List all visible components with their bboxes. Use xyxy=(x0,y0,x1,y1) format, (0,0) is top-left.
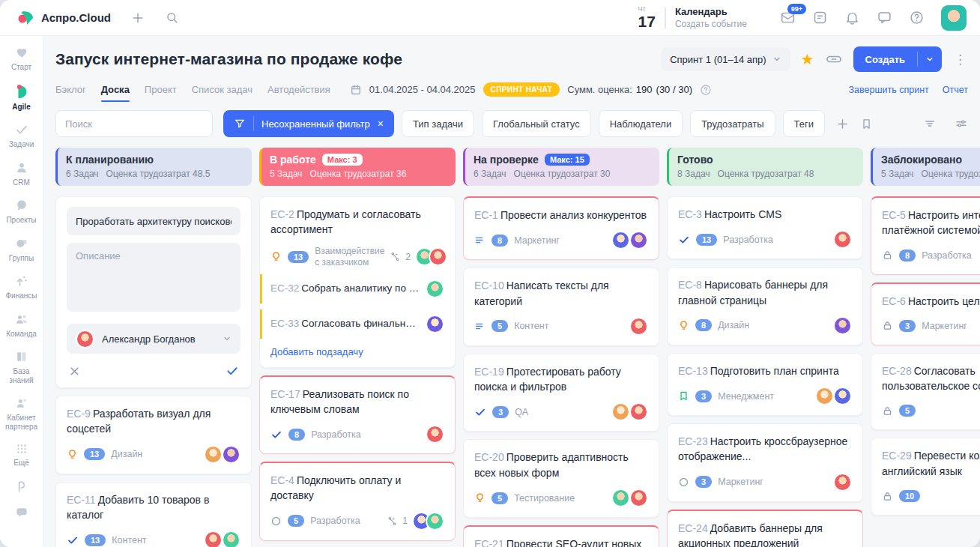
sidebar-item-more[interactable]: Ещё xyxy=(1,442,41,468)
add-filter-icon[interactable] xyxy=(835,117,850,131)
task-card[interactable]: EC-13Подготовить план спринта 3 Менеджме… xyxy=(667,353,863,416)
sidebar-item-groups[interactable]: Группы xyxy=(1,236,41,263)
help-circle-icon[interactable] xyxy=(700,84,712,96)
note-icon[interactable] xyxy=(812,10,828,25)
task-card[interactable]: EC-3Настроить CMS 13 Разработка xyxy=(667,196,863,259)
avatar xyxy=(426,425,444,444)
active-filter-button[interactable]: Несохраненный фильтр × xyxy=(223,110,394,137)
sidebar-item-agile[interactable]: Agile xyxy=(1,83,41,112)
calendar-date[interactable]: Чт 17 xyxy=(638,6,656,29)
sidebar-item-start[interactable]: Старт xyxy=(1,45,41,72)
tab-task-list[interactable]: Список задач xyxy=(192,84,252,102)
avatar xyxy=(611,402,630,421)
sprint-selector[interactable]: Спринт 1 (01–14 апр) xyxy=(661,47,790,71)
chat-icon[interactable] xyxy=(877,10,892,25)
create-dropdown-icon[interactable] xyxy=(918,55,942,64)
confirm-icon[interactable] xyxy=(226,364,239,378)
bulb-icon xyxy=(67,449,78,460)
task-card[interactable]: EC-9Разработать визуал для соцсетей 13 Д… xyxy=(55,396,252,474)
sidebar-item-finance[interactable]: Финансы xyxy=(1,274,41,300)
task-card[interactable]: EC-19Протестировать работу поиска и филь… xyxy=(463,354,659,432)
favorite-star-icon[interactable]: ★ xyxy=(801,50,814,68)
filter-chip-time[interactable]: Трудозатраты xyxy=(690,110,775,137)
column-header[interactable]: В работеМакс: 3 5 ЗадачОценка трудозатра… xyxy=(259,148,456,186)
sprint-date-range: 01.04.2025 - 04.04.2025 xyxy=(369,84,476,95)
sidebar-item-partner[interactable]: Кабинет партнера xyxy=(1,396,41,431)
help-icon[interactable] xyxy=(909,10,925,25)
sidebar-item-p-logo[interactable] xyxy=(1,479,41,494)
sidebar-item-team[interactable]: Команда xyxy=(1,312,41,339)
estimate-badge: 13 xyxy=(85,534,106,546)
filter-chip-task-type[interactable]: Тип задачи xyxy=(402,110,474,137)
sidebar-item-chat[interactable] xyxy=(1,505,41,520)
tab-backlog[interactable]: Бэклог xyxy=(55,84,86,102)
cancel-icon[interactable] xyxy=(68,365,81,378)
finish-sprint-link[interactable]: Завершить спринт xyxy=(849,85,929,95)
task-card[interactable]: EC-5Настроить интеграцию с платёжной сис… xyxy=(871,196,980,275)
sidebar-item-knowledge[interactable]: База знаний xyxy=(1,349,41,384)
filter-chip-tags[interactable]: Теги xyxy=(783,110,825,137)
bulb-icon xyxy=(270,251,282,262)
task-card[interactable]: EC-28Согласовать пользовательское соглаш… xyxy=(871,353,980,431)
clear-filter-icon[interactable]: × xyxy=(378,118,384,130)
subtask-row[interactable]: EC-32Собрать аналитику по това... xyxy=(260,274,444,303)
bell-icon[interactable] xyxy=(844,10,860,25)
tab-board[interactable]: Доска xyxy=(101,84,130,102)
add-subtask-link[interactable]: Добавить подзадачу xyxy=(270,346,444,357)
wip-limit-badge: Макс: 3 xyxy=(322,154,363,166)
tab-automations[interactable]: Автодействия xyxy=(267,84,330,102)
avatar xyxy=(629,231,648,250)
task-card[interactable]: EC-29Перевести контент на английский язы… xyxy=(871,438,980,516)
new-task-title-input[interactable] xyxy=(67,207,241,235)
filter-chip-watchers[interactable]: Наблюдатели xyxy=(599,110,683,137)
subtask-row[interactable]: EC-33Согласовать финальный сп... xyxy=(260,309,444,339)
task-card[interactable]: EC-23Настроить кроссбраузерное отображен… xyxy=(667,423,863,502)
avatar xyxy=(426,512,444,531)
create-button[interactable]: Создать xyxy=(853,46,942,72)
task-card[interactable]: EC-2Продумать и согласовать ассортимент … xyxy=(259,196,456,368)
column-review: На проверкеМакс: 15 6 ЗадачОценка трудоз… xyxy=(463,148,659,547)
sort-icon[interactable] xyxy=(923,117,937,130)
assignee-selector[interactable]: Александр Богданов xyxy=(67,324,241,354)
task-card[interactable]: EC-17Реализовать поиск по ключевым слова… xyxy=(259,375,456,455)
subtask-link-icon xyxy=(387,516,398,527)
bookmark-icon xyxy=(678,390,689,402)
column-header[interactable]: На проверкеМакс: 15 6 ЗадачОценка трудоз… xyxy=(463,148,659,186)
settings-sliders-icon[interactable] xyxy=(955,117,968,130)
task-card[interactable]: EC-24Добавить баннеры для акционных пред… xyxy=(667,510,863,547)
task-card[interactable]: EC-10Написать тексты для категорий 5 Кон… xyxy=(463,268,659,346)
sidebar-item-projects[interactable]: Проекты xyxy=(1,198,41,225)
task-card[interactable]: EC-4Подключить оплату и доставку 5 Разра… xyxy=(259,462,456,541)
column-header[interactable]: Заблокировано 5 ЗадачОценка трудозатрат xyxy=(871,148,980,186)
avatar xyxy=(833,387,852,405)
calendar-widget[interactable]: Календарь Создать событие xyxy=(675,6,747,29)
add-icon[interactable] xyxy=(130,10,145,25)
task-card[interactable]: EC-1Провести анализ конкурентов 8 Маркет… xyxy=(463,196,659,260)
column-header[interactable]: Готово 8 ЗадачОценка трудозатрат 48 xyxy=(667,148,863,186)
sidebar-item-tasks[interactable]: Задачи xyxy=(1,122,41,149)
wip-limit-badge: Макс: 15 xyxy=(545,154,590,166)
link-icon[interactable] xyxy=(825,50,843,68)
more-options-icon[interactable]: ⋮ xyxy=(952,52,968,67)
tab-project[interactable]: Проект xyxy=(145,84,177,102)
sidebar-item-crm[interactable]: CRM xyxy=(1,160,41,187)
brand[interactable]: Аспро.Cloud xyxy=(16,9,111,27)
column-in-progress: В работеМакс: 3 5 ЗадачОценка трудозатра… xyxy=(259,148,456,547)
column-header[interactable]: К планированию 6 ЗадачОценка трудозатрат… xyxy=(55,148,252,186)
bookmark-icon[interactable] xyxy=(860,118,873,130)
task-card[interactable]: EC-8Нарисовать баннеры для главной стран… xyxy=(667,267,863,345)
create-event-link[interactable]: Создать событие xyxy=(675,19,747,29)
task-card[interactable]: EC-11Добавить 10 товаров в каталог 13 Ко… xyxy=(55,482,252,547)
task-card[interactable]: EC-6Настроить цели в 3 Маркетинг xyxy=(871,282,980,345)
search-icon[interactable] xyxy=(165,10,179,25)
mail-icon[interactable]: 99+ xyxy=(780,10,796,25)
new-task-description-input[interactable] xyxy=(67,243,241,312)
report-link[interactable]: Отчет xyxy=(943,85,968,95)
estimate-badge: 8 xyxy=(899,250,916,262)
search-input[interactable] xyxy=(55,110,213,137)
tabs: Бэклог Доска Проект Список задач Автодей… xyxy=(55,84,330,102)
filter-chip-global-status[interactable]: Глобальный статус xyxy=(482,110,591,137)
task-card[interactable]: EC-21Провести SEO-аудит новых страниц 5 … xyxy=(463,525,659,547)
task-card[interactable]: EC-20Проверить адаптивность всех новых ф… xyxy=(463,439,659,518)
user-avatar[interactable] xyxy=(941,5,967,31)
